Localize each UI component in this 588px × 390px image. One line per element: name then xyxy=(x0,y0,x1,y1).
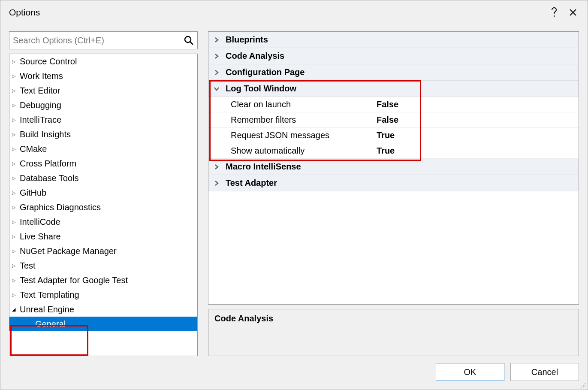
chevron-right-icon: ▷ xyxy=(12,161,19,166)
tree-item-build-insights[interactable]: ▷Build Insights xyxy=(9,127,197,142)
chevron-right-icon xyxy=(214,53,226,59)
section-configuration-page[interactable]: Configuration Page xyxy=(208,64,579,81)
titlebar: Options xyxy=(0,0,588,24)
options-dialog: Options ▷Source Control ▷Work Items ▷Tex… xyxy=(0,0,588,390)
tree-item-test-adapter-gtest[interactable]: ▷Test Adapter for Google Test xyxy=(9,273,197,287)
prop-request-json[interactable]: Request JSON messages True xyxy=(208,128,579,143)
chevron-down-icon: ◢ xyxy=(12,307,19,312)
chevron-right-icon: ▷ xyxy=(12,219,19,225)
tree-scroll[interactable]: ▷Source Control ▷Work Items ▷Text Editor… xyxy=(9,54,197,356)
section-blueprints[interactable]: Blueprints xyxy=(208,32,579,48)
tree-item-live-share[interactable]: ▷Live Share xyxy=(9,229,197,244)
chevron-right-icon: ▷ xyxy=(12,175,19,181)
chevron-right-icon: ▷ xyxy=(12,117,19,123)
dialog-title: Options xyxy=(9,7,545,18)
cancel-button[interactable]: Cancel xyxy=(510,363,579,381)
tree-item-intellicode[interactable]: ▷IntelliCode xyxy=(9,215,197,229)
tree-item-test[interactable]: ▷Test xyxy=(9,258,197,273)
category-tree: ▷Source Control ▷Work Items ▷Text Editor… xyxy=(9,54,198,356)
chevron-right-icon: ▷ xyxy=(12,73,19,79)
section-log-tool-window[interactable]: Log Tool Window xyxy=(208,81,579,97)
property-grid: Blueprints Code Analysis Configuration P… xyxy=(208,31,579,305)
tree-item-work-items[interactable]: ▷Work Items xyxy=(9,69,197,83)
tree-item-text-templating[interactable]: ▷Text Templating xyxy=(9,287,197,302)
close-icon[interactable] xyxy=(564,3,582,22)
description-title: Code Analysis xyxy=(214,314,573,323)
search-icon[interactable] xyxy=(184,35,194,45)
tree-item-cmake[interactable]: ▷CMake xyxy=(9,142,197,156)
svg-point-3 xyxy=(585,385,585,386)
chevron-right-icon: ▷ xyxy=(12,234,19,239)
tree-item-unreal-engine[interactable]: ◢Unreal Engine xyxy=(9,302,197,317)
tree-item-source-control[interactable]: ▷Source Control xyxy=(9,54,197,69)
chevron-right-icon: ▷ xyxy=(12,88,19,94)
chevron-right-icon: ▷ xyxy=(12,146,19,152)
prop-show-automatically[interactable]: Show automatically True xyxy=(208,143,579,159)
svg-point-2 xyxy=(583,385,584,386)
chevron-right-icon xyxy=(214,70,226,76)
tree-item-debugging[interactable]: ▷Debugging xyxy=(9,98,197,112)
prop-remember-filters[interactable]: Remember filters False xyxy=(208,112,579,128)
tree-item-text-editor[interactable]: ▷Text Editor xyxy=(9,83,197,98)
left-panel: ▷Source Control ▷Work Items ▷Text Editor… xyxy=(9,31,198,356)
help-icon[interactable] xyxy=(545,3,564,22)
tree-item-nuget[interactable]: ▷NuGet Package Manager xyxy=(9,244,197,258)
chevron-right-icon: ▷ xyxy=(12,248,19,254)
chevron-right-icon xyxy=(214,37,226,43)
chevron-right-icon: ▷ xyxy=(12,263,19,269)
chevron-right-icon: ▷ xyxy=(12,190,19,196)
tree-item-cross-platform[interactable]: ▷Cross Platform xyxy=(9,156,197,171)
tree-item-graphics-diagnostics[interactable]: ▷Graphics Diagnostics xyxy=(9,200,197,215)
chevron-right-icon: ▷ xyxy=(12,132,19,137)
chevron-right-icon: ▷ xyxy=(12,292,19,298)
resize-grip-icon[interactable] xyxy=(579,381,586,388)
chevron-right-icon: ▷ xyxy=(12,59,19,64)
content-area: ▷Source Control ▷Work Items ▷Text Editor… xyxy=(0,24,588,356)
chevron-right-icon: ▷ xyxy=(12,205,19,210)
right-panel: Blueprints Code Analysis Configuration P… xyxy=(208,31,579,356)
section-macro-intellisense[interactable]: Macro IntelliSense xyxy=(208,159,579,175)
svg-point-6 xyxy=(585,387,585,387)
chevron-right-icon xyxy=(214,180,226,186)
chevron-down-icon xyxy=(214,86,226,92)
search-input[interactable] xyxy=(13,36,184,45)
description-panel: Code Analysis xyxy=(208,309,579,356)
chevron-right-icon: ▷ xyxy=(12,103,19,108)
section-test-adapter[interactable]: Test Adapter xyxy=(208,175,579,191)
prop-clear-on-launch[interactable]: Clear on launch False xyxy=(208,97,579,112)
section-code-analysis[interactable]: Code Analysis xyxy=(208,48,579,64)
button-row: OK Cancel xyxy=(0,356,588,390)
svg-point-0 xyxy=(185,36,191,42)
tree-item-intellitrace[interactable]: ▷IntelliTrace xyxy=(9,112,197,127)
chevron-right-icon xyxy=(214,164,226,170)
tree-item-general[interactable]: General xyxy=(9,317,197,331)
chevron-right-icon: ▷ xyxy=(12,278,19,283)
search-box[interactable] xyxy=(9,31,198,49)
svg-point-1 xyxy=(585,383,585,384)
svg-point-5 xyxy=(583,387,584,387)
ok-button[interactable]: OK xyxy=(436,363,504,381)
tree-item-github[interactable]: ▷GitHub xyxy=(9,185,197,200)
tree-item-database-tools[interactable]: ▷Database Tools xyxy=(9,171,197,185)
svg-point-4 xyxy=(581,387,582,387)
